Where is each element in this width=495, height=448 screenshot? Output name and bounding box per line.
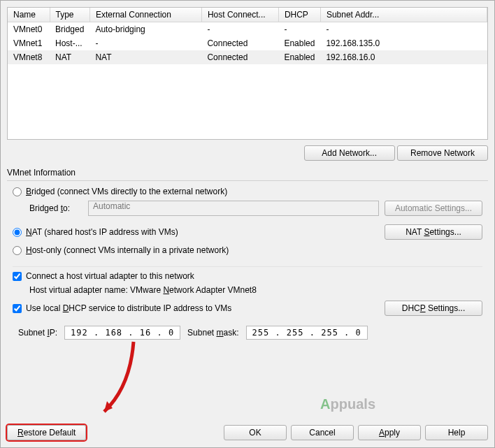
subnet-mask-input[interactable]: 255 . 255 . 255 . 0 xyxy=(246,326,368,340)
cell-type: Bridged xyxy=(50,22,89,37)
ok-button[interactable]: OK xyxy=(224,425,287,440)
cell-name: VMnet0 xyxy=(8,22,50,37)
col-host-connection[interactable]: Host Connect... xyxy=(201,8,278,22)
table-row[interactable]: VMnet8 NAT NAT Connected Enabled 192.168… xyxy=(8,50,487,64)
watermark: Appuals xyxy=(320,396,375,412)
col-subnet[interactable]: Subnet Addr... xyxy=(320,8,487,22)
table-row[interactable]: VMnet1 Host-... - Connected Enabled 192.… xyxy=(8,36,487,50)
cell-dhcp: - xyxy=(278,22,320,37)
col-dhcp[interactable]: DHCP xyxy=(278,8,320,22)
mode-hostonly-radio[interactable] xyxy=(13,246,22,255)
subnet-ip-label: Subnet IP: xyxy=(18,328,57,338)
restore-default-button[interactable]: Restore Default xyxy=(7,425,86,440)
virtual-network-editor: Name Type External Connection Host Conne… xyxy=(0,0,495,448)
mode-hostonly-row: Host-only (connect VMs internally in a p… xyxy=(13,245,482,255)
cell-subnet: 192.168.16.0 xyxy=(320,50,487,64)
cell-name: VMnet8 xyxy=(8,50,50,64)
cell-ext: Auto-bridging xyxy=(89,22,201,37)
bridged-to-select: Automatic xyxy=(88,201,379,216)
cell-type: Host-... xyxy=(50,36,89,50)
subnet-row: Subnet IP: 192 . 168 . 16 . 0 Subnet mas… xyxy=(18,326,482,340)
add-network-button[interactable]: Add Network... xyxy=(304,145,395,161)
help-button[interactable]: Help xyxy=(425,425,488,440)
cell-ext: - xyxy=(89,36,201,50)
automatic-settings-button: Automatic Settings... xyxy=(385,201,482,216)
col-external-connection[interactable]: External Connection xyxy=(89,8,201,22)
nat-settings-button[interactable]: NAT Settings... xyxy=(385,224,482,240)
mode-bridged-row: Bridged (connect VMs directly to the ext… xyxy=(13,187,482,196)
col-name[interactable]: Name xyxy=(8,8,50,22)
subnet-ip-input[interactable]: 192 . 168 . 16 . 0 xyxy=(64,326,180,340)
table-row[interactable]: VMnet0 Bridged Auto-bridging - - - xyxy=(8,22,487,37)
cancel-button[interactable]: Cancel xyxy=(291,425,354,440)
cell-name: VMnet1 xyxy=(8,36,50,50)
mode-nat-radio[interactable] xyxy=(13,228,22,237)
mode-bridged-radio[interactable] xyxy=(13,187,22,196)
vmnet-table[interactable]: Name Type External Connection Host Conne… xyxy=(8,8,487,64)
cell-subnet: 192.168.135.0 xyxy=(320,36,487,50)
cell-dhcp: Enabled xyxy=(278,50,320,64)
network-actions-row: Add Network... Remove Network xyxy=(7,145,488,161)
cell-host: - xyxy=(201,22,278,37)
bridged-to-label: Bridged to: xyxy=(29,203,82,213)
dhcp-settings-button[interactable]: DHCP Settings... xyxy=(385,301,482,316)
cell-dhcp: Enabled xyxy=(278,36,320,50)
connect-adapter-checkbox[interactable] xyxy=(13,272,22,281)
subnet-mask-label: Subnet mask: xyxy=(187,328,238,338)
cell-host: Connected xyxy=(201,36,278,50)
cell-type: NAT xyxy=(50,50,89,64)
vmnet-info-legend: VMnet Information xyxy=(7,168,488,178)
table-header-row: Name Type External Connection Host Conne… xyxy=(8,8,487,22)
apply-button[interactable]: Apply xyxy=(358,425,421,440)
dhcp-row: Use local DHCP service to distribute IP … xyxy=(13,299,482,317)
connect-adapter-row: Connect a host virtual adapter to this n… xyxy=(13,271,482,281)
adapter-name-label: Host virtual adapter name: VMware Networ… xyxy=(29,285,482,295)
mode-bridged-label: Bridged (connect VMs directly to the ext… xyxy=(26,187,227,196)
cell-ext: NAT xyxy=(89,50,201,64)
arrow-annotation-icon xyxy=(92,338,141,422)
mode-hostonly-label: Host-only (connect VMs internally in a p… xyxy=(26,245,229,255)
cell-subnet: - xyxy=(320,22,487,37)
divider xyxy=(13,266,482,267)
col-type[interactable]: Type xyxy=(50,8,89,22)
mode-nat-row: NAT (shared host's IP address with VMs) … xyxy=(13,223,482,241)
vmnet-table-pane: Name Type External Connection Host Conne… xyxy=(7,7,488,140)
mode-nat-label: NAT (shared host's IP address with VMs) xyxy=(26,227,178,237)
connect-adapter-label: Connect a host virtual adapter to this n… xyxy=(26,271,194,281)
use-local-dhcp-label: Use local DHCP service to distribute IP … xyxy=(26,303,231,313)
dialog-footer: Restore Default OK Cancel Apply Help xyxy=(7,425,488,440)
divider xyxy=(7,180,488,181)
cell-host: Connected xyxy=(201,50,278,64)
use-local-dhcp-checkbox[interactable] xyxy=(13,304,22,313)
vmnet-info-body: Bridged (connect VMs directly to the ext… xyxy=(7,187,488,340)
bridged-to-row: Bridged to: Automatic Automatic Settings… xyxy=(29,201,482,216)
remove-network-button[interactable]: Remove Network xyxy=(397,145,488,161)
